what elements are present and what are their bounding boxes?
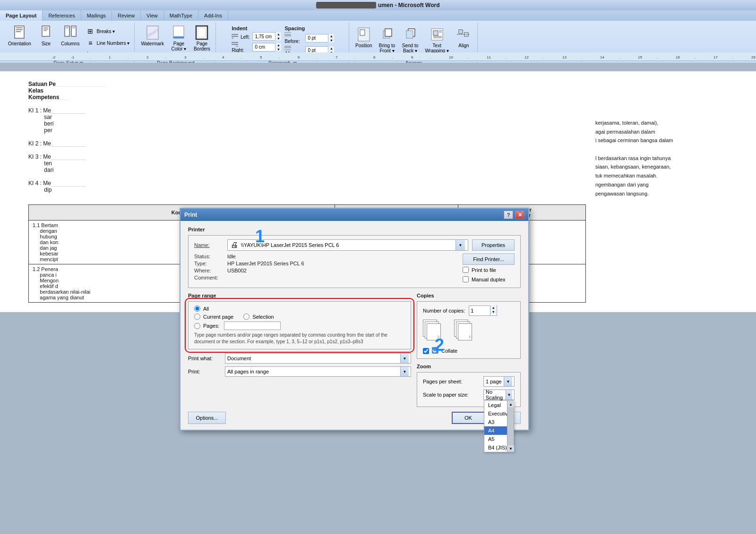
page-2c: 3 [458, 323, 472, 340]
ribbon-btn-page-color[interactable]: PageColor ▾ [168, 24, 189, 53]
manual-duplex-checkbox[interactable] [463, 276, 469, 282]
radio-current-page[interactable] [194, 314, 200, 320]
ribbon-btn-breaks[interactable]: ⊞ Breaks ▾ [84, 25, 131, 37]
scale-arrow[interactable]: ▼ [506, 390, 512, 399]
svg-text:.: . [203, 55, 204, 59]
tab-mathtype[interactable]: MathType [164, 10, 198, 21]
options-button[interactable]: Options... [188, 412, 226, 424]
ribbon-btn-align[interactable]: Align [453, 25, 474, 50]
left-indent-up[interactable]: ▲ [275, 32, 281, 36]
svg-marker-23 [236, 46, 238, 47]
left-indent-input[interactable]: 1,75 cm ▲ ▼ [252, 32, 281, 41]
send-back-icon [403, 27, 418, 42]
printer-dropdown-arrow[interactable]: ▼ [455, 240, 465, 250]
ribbon-btn-send-back[interactable]: Send toBack ▾ [400, 25, 421, 55]
right-indent-up[interactable]: ▲ [275, 43, 281, 47]
before-spacing-up[interactable]: ▲ [328, 34, 334, 38]
page-color-icon [171, 25, 186, 40]
tab-view[interactable]: View [141, 10, 164, 21]
pages-per-sheet-arrow[interactable]: ▼ [504, 377, 512, 386]
copies-up[interactable]: ▲ [490, 305, 496, 310]
scale-dropdown-scrollbar[interactable]: ▲ ▼ [507, 401, 514, 452]
tab-review[interactable]: Review [112, 10, 141, 21]
dialog-body: Printer Name: 🖨 \\YAYUK\HP LaserJet P201… [180, 221, 528, 430]
print-what-select[interactable]: Document ▼ [225, 353, 411, 364]
svg-text:15: 15 [638, 55, 642, 59]
ribbon-btn-text-wrapping[interactable]: TextWrapping ▾ [423, 25, 451, 55]
radio-all[interactable] [194, 305, 200, 312]
collate-set-1: 1 2 3 [423, 320, 447, 344]
ki3: KI 3 : Me___________ ten dari [28, 153, 586, 173]
zoom-section: Pages per sheet: 1 page ▼ Scale to paper… [417, 372, 521, 407]
properties-button[interactable]: Properties [472, 239, 515, 251]
tab-page-layout[interactable]: Page Layout [0, 10, 43, 21]
collate-icons: 1 2 3 1 2 3 [423, 320, 515, 344]
svg-text:16: 16 [676, 55, 680, 59]
printer-info-left: Status: Idle Type: HP LaserJet P2015 Ser… [194, 254, 463, 284]
printer-comment-row: Comment: [194, 275, 463, 280]
radio-pages[interactable] [194, 323, 200, 329]
printer-info-area: Status: Idle Type: HP LaserJet P2015 Ser… [194, 254, 515, 284]
ribbon-btn-page-borders[interactable]: PageBorders [191, 24, 213, 53]
tab-mailings[interactable]: Mailings [81, 10, 112, 21]
pages-input-field[interactable] [224, 322, 281, 330]
ribbon-btn-watermark[interactable]: DRAFT Watermark [138, 24, 166, 48]
scroll-up-btn[interactable]: ▲ [507, 401, 514, 407]
right-indent-input[interactable]: 0 cm ▲ ▼ [252, 43, 281, 51]
svg-text:.: . [657, 55, 658, 59]
dialog-help-button[interactable]: ? [504, 211, 513, 219]
bring-front-icon [379, 27, 395, 42]
printer-section-title: Printer [188, 227, 521, 232]
copies-title: Copies [417, 293, 521, 298]
after-spacing-up[interactable]: ▲ [328, 46, 334, 51]
breaks-icon: ⊞ [86, 26, 95, 36]
find-printer-button[interactable]: Find Printer... [463, 254, 515, 265]
tab-addins[interactable]: Add-Ins [198, 10, 228, 21]
svg-rect-35 [406, 31, 413, 38]
ribbon-btn-orientation[interactable]: Orientation [6, 24, 34, 48]
page-1c: 3 [427, 323, 441, 340]
dialog-close-button[interactable]: ✕ [515, 211, 524, 219]
radio-all-row: All [194, 305, 405, 312]
status-value: Idle [227, 254, 236, 259]
columns-icon [63, 25, 78, 40]
svg-text:.: . [392, 55, 393, 59]
left-indent-down[interactable]: ▼ [275, 36, 281, 41]
before-spacing-down[interactable]: ▼ [328, 38, 334, 42]
svg-rect-7 [43, 30, 47, 31]
side-text-6: tuk memecahkan masalah. [595, 171, 728, 180]
print-select[interactable]: All pages in range ▼ [225, 366, 411, 377]
svg-marker-20 [232, 38, 234, 39]
copies-down[interactable]: ▼ [490, 310, 496, 314]
collate-checkbox[interactable] [423, 348, 429, 354]
pages-per-sheet-select[interactable]: 1 page ▼ [483, 376, 515, 387]
radio-selection-label: Selection [252, 314, 274, 320]
ribbon-btn-bring-front[interactable]: Bring toFront ▾ [377, 25, 398, 55]
right-indent-down[interactable]: ▼ [275, 47, 281, 51]
side-text-8: pengawasan langsung. [595, 189, 728, 198]
copies-spin-input[interactable]: 1 ▲ ▼ [469, 305, 497, 316]
scale-row: Scale to paper size: No Scaling ▼ Legal … [423, 390, 515, 400]
printer-name-select[interactable]: 🖨 \\YAYUK\HP LaserJet P2015 Series PCL 6… [227, 239, 468, 251]
printer-where-row: Where: USB002 [194, 268, 463, 273]
before-spacing-input[interactable]: 0 pt ▲ ▼ [305, 34, 334, 42]
doc-heading2: Kelas [28, 87, 586, 94]
svg-text:.: . [279, 55, 280, 59]
svg-rect-45 [0, 52, 756, 61]
tab-references[interactable]: References [43, 10, 81, 21]
copies-input[interactable]: 1 [469, 306, 490, 315]
radio-selection[interactable] [243, 314, 249, 320]
ribbon-btn-size[interactable]: Size [35, 24, 57, 48]
ok-button[interactable]: OK [452, 412, 485, 424]
scroll-down-btn[interactable]: ▼ [507, 445, 514, 452]
radio-pages-label: Pages: [203, 323, 219, 329]
ribbon-btn-position[interactable]: Position [353, 25, 375, 50]
ribbon-btn-line-numbers[interactable]: ≡ Line Numbers ▾ [84, 37, 131, 49]
print-to-file-checkbox[interactable] [463, 267, 469, 273]
scale-select[interactable]: No Scaling ▼ Legal Executive A3 A4 A5 [483, 390, 515, 400]
ribbon-btn-columns[interactable]: Columns [59, 24, 82, 48]
print-arrow[interactable]: ▼ [400, 367, 409, 376]
ki4: KI 4 : Me___________ dip [28, 180, 586, 193]
dialog-right: Copies Number of copies: 1 ▲ ▼ [417, 293, 521, 407]
print-what-arrow[interactable]: ▼ [400, 354, 409, 363]
